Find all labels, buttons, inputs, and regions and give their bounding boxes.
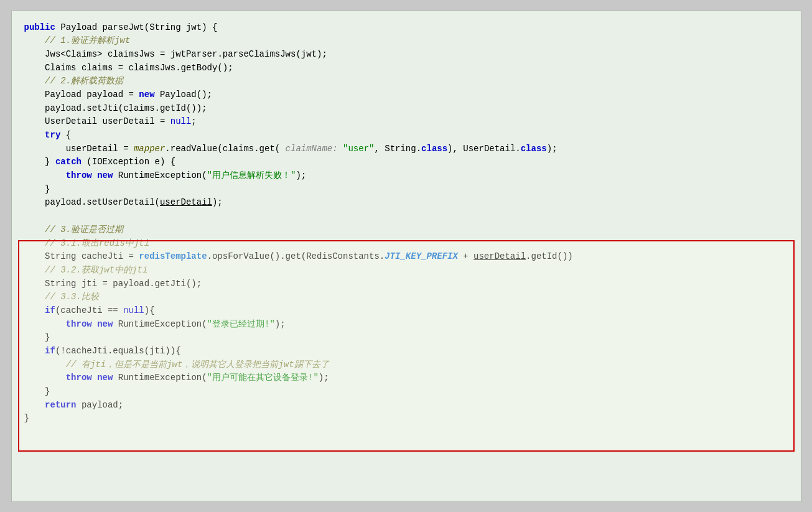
code-line-5: // 2.解析载荷数据: [24, 75, 788, 88]
code-line-24: }: [24, 331, 788, 345]
code-editor: public Payload parseJwt(String jwt) { //…: [11, 11, 801, 502]
code-line-25: if(!cacheJti.equals(jti)){: [24, 345, 788, 358]
code-line-11: } catch (IOException e) {: [24, 156, 788, 169]
code-line-13: }: [24, 183, 788, 197]
code-line-18: String cacheJti = redisTemplate.opsForVa…: [24, 250, 788, 264]
code-line-30: }: [24, 412, 788, 426]
code-line-12: throw new RuntimeException("用户信息解析失败！");: [24, 169, 788, 183]
code-line-27: throw new RuntimeException("用户可能在其它设备登录!…: [24, 371, 788, 385]
code-line-17: // 3.1.取出redis中jti: [24, 237, 788, 251]
code-line-28: }: [24, 385, 788, 399]
code-line-9: try {: [24, 129, 788, 142]
code-line-6: Payload payload = new Payload();: [24, 88, 788, 102]
code-line-1: public Payload parseJwt(String jwt) {: [24, 21, 788, 35]
code-line-20: String jti = payload.getJti();: [24, 277, 788, 291]
code-line-7: payload.setJti(claims.getId());: [24, 102, 788, 116]
code-line-3: Jws<Claims> claimsJws = jwtParser.parseC…: [24, 48, 788, 62]
code-line-8: UserDetail userDetail = null;: [24, 115, 788, 129]
code-line-22: if(cacheJti == null){: [24, 304, 788, 318]
code-line-23: throw new RuntimeException("登录已经过期!");: [24, 318, 788, 332]
code-line-15: [24, 210, 788, 223]
code-line-2: // 1.验证并解析jwt: [24, 34, 788, 48]
code-line-14: payload.setUserDetail(userDetail);: [24, 196, 788, 210]
code-line-29: return payload;: [24, 399, 788, 412]
code-line-10: userDetail = mapper.readValue(claims.get…: [24, 142, 788, 156]
code-line-26: // 有jti，但是不是当前jwt，说明其它人登录把当前jwt踢下去了: [24, 358, 788, 372]
code-line-4: Claims claims = claimsJws.getBody();: [24, 62, 788, 75]
code-line-16: // 3.验证是否过期: [24, 223, 788, 237]
code-line-19: // 3.2.获取jwt中的jti: [24, 264, 788, 277]
code-line-21: // 3.3.比较: [24, 291, 788, 304]
